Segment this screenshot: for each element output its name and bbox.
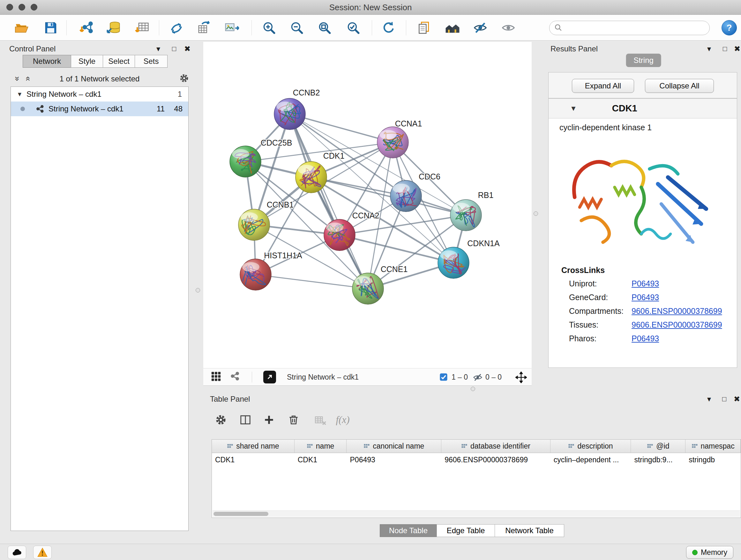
save-session-button[interactable] <box>42 19 60 37</box>
window-title: Session: New Session <box>0 0 741 15</box>
crosslink-compartments-link[interactable]: 9606.ENSP00000378699 <box>631 307 722 316</box>
import-table-from-file-button[interactable] <box>133 19 151 37</box>
export-network-button[interactable] <box>263 371 276 383</box>
column-header--id[interactable]: @id <box>631 440 685 453</box>
fit-pan-crosshair-icon[interactable] <box>515 372 527 384</box>
control-panel-close-icon[interactable]: ✖ <box>184 42 191 56</box>
column-header-canonical-name[interactable]: canonical name <box>347 440 441 453</box>
tab-network-table[interactable]: Network Table <box>495 524 564 537</box>
crosslink-tissues-link[interactable]: 9606.ENSP00000378699 <box>631 320 722 329</box>
table-panel-float-icon[interactable]: ▾ <box>707 392 711 406</box>
table-panel-close-icon[interactable]: ✖ <box>734 392 740 406</box>
cloud-button[interactable] <box>8 546 26 559</box>
warnings-button[interactable] <box>33 546 52 559</box>
table-panel-maximize-icon[interactable]: □ <box>722 392 726 406</box>
new-table-from-network-button[interactable] <box>195 19 213 37</box>
network-view-canvas[interactable]: CCNB2CCNA1CDC25BCDK1CDC6RB1CCNB1CCNA2CDK… <box>203 42 532 368</box>
control-panel-float-icon[interactable]: ▾ <box>156 42 160 56</box>
network-node-cdk1[interactable]: CDK1 <box>295 151 344 193</box>
network-node-ccnb1[interactable]: CCNB1 <box>239 200 293 240</box>
document-button[interactable] <box>415 19 433 37</box>
import-network-from-database-button[interactable] <box>105 19 123 37</box>
column-header-namespac[interactable]: namespac <box>685 440 741 453</box>
tab-edge-table[interactable]: Edge Table <box>436 524 495 537</box>
network-row[interactable]: String Network – cdk1 11 48 <box>11 102 188 116</box>
crosslink-genecard-link[interactable]: P06493 <box>631 293 659 302</box>
network-node-cdkn1a[interactable]: CDKN1A <box>438 239 500 278</box>
new-network-from-selection-button[interactable] <box>167 19 185 37</box>
open-file-button[interactable] <box>13 19 30 37</box>
crosslink-row: Uniprot:P06493 <box>549 277 737 291</box>
zoom-selected-button[interactable] <box>344 19 362 37</box>
memory-button[interactable]: Memory <box>686 546 733 559</box>
show-columns-button[interactable] <box>237 411 254 429</box>
network-node-rb1[interactable]: RB1 <box>450 191 493 231</box>
network-selection-row: » « 1 of 1 Network selected <box>10 72 189 85</box>
network-node-hist1h1a[interactable]: HIST1H1A <box>240 251 302 290</box>
network-graph[interactable]: CCNB2CCNA1CDC25BCDK1CDC6RB1CCNB1CCNA2CDK… <box>203 42 532 368</box>
tab-sets[interactable]: Sets <box>135 55 167 68</box>
zoom-fit-button[interactable] <box>316 19 333 37</box>
results-tab-string[interactable]: String <box>626 54 661 67</box>
right-splitter-handle[interactable] <box>534 211 538 216</box>
protein-structure-image <box>561 137 715 261</box>
results-panel-close-icon[interactable]: ✖ <box>734 42 740 56</box>
network-node-ccna1[interactable]: CCNA1 <box>377 119 422 158</box>
crosslink-uniprot-link[interactable]: P06493 <box>631 279 659 288</box>
function-builder-button[interactable]: f(x) <box>334 411 352 429</box>
control-panel-maximize-icon[interactable]: □ <box>172 42 176 56</box>
refresh-view-button[interactable] <box>380 19 398 37</box>
tab-select[interactable]: Select <box>103 55 135 68</box>
horizontal-splitter-handle[interactable] <box>471 387 475 391</box>
hidden-eye-slash-icon[interactable] <box>473 373 482 383</box>
crosslink-pharos-link[interactable]: P06493 <box>631 334 659 343</box>
left-splitter-handle[interactable] <box>196 288 200 293</box>
selected-checkbox-icon[interactable] <box>440 373 448 382</box>
window-titlebar: Session: New Session <box>0 0 741 15</box>
delete-column-button[interactable] <box>285 411 302 429</box>
scrollbar-thumb[interactable] <box>213 512 268 516</box>
crosslink-row: Pharos:P06493 <box>549 332 737 346</box>
results-panel-maximize-icon[interactable]: □ <box>723 42 727 56</box>
network-options-gear-icon[interactable] <box>179 73 189 84</box>
eye-slash-button[interactable] <box>471 19 489 37</box>
network-share-view-button[interactable] <box>230 371 240 382</box>
selected-count: 1 – 0 <box>452 373 468 381</box>
collection-label: String Network – cdk1 <box>26 90 167 99</box>
collection-count: 1 <box>167 90 182 99</box>
column-header-description[interactable]: description <box>550 440 631 453</box>
protein-card-header[interactable]: ▼ CDK1 <box>549 99 737 118</box>
import-network-from-file-button[interactable] <box>78 19 96 37</box>
expand-all-button[interactable]: Expand All <box>572 79 634 93</box>
network-edge-count: 48 <box>165 105 183 113</box>
table-settings-gear-button[interactable] <box>212 411 230 429</box>
search-input[interactable] <box>565 22 710 34</box>
column-header-name[interactable]: name <box>294 440 347 453</box>
export-image-button[interactable] <box>223 19 241 37</box>
tab-network[interactable]: Network <box>23 55 71 68</box>
network-node-ccnb2[interactable]: CCNB2 <box>274 88 320 130</box>
column-header-database-identifier[interactable]: database identifier <box>441 440 550 453</box>
protein-disclosure-icon[interactable]: ▼ <box>570 105 577 113</box>
results-panel-float-icon[interactable]: ▾ <box>707 42 711 56</box>
table-row[interactable]: CDK1CDK1P064939606.ENSP00000378699cyclin… <box>212 453 741 466</box>
tab-node-table[interactable]: Node Table <box>380 524 437 537</box>
birds-eye-view-button[interactable] <box>211 371 221 383</box>
table-horizontal-scrollbar[interactable] <box>212 510 740 517</box>
table-cell: stringdb:9... <box>631 453 685 466</box>
help-button[interactable]: ? <box>722 20 737 36</box>
crosslinks-list: Uniprot:P06493GeneCard:P06493Compartment… <box>549 277 737 346</box>
column-header-shared-name[interactable]: shared name <box>212 440 294 453</box>
tab-style[interactable]: Style <box>71 55 103 68</box>
collapse-all-button[interactable]: Collapse All <box>645 79 714 93</box>
delete-table-button[interactable] <box>312 411 329 429</box>
collection-disclosure-icon[interactable]: ▾ <box>18 90 21 98</box>
zoom-out-button[interactable] <box>288 19 306 37</box>
network-collection-row[interactable]: ▾ String Network – cdk1 1 <box>11 87 188 102</box>
zoom-in-button[interactable] <box>260 19 278 37</box>
network-node-cdc6[interactable]: CDC6 <box>390 172 441 212</box>
eye-button[interactable] <box>499 19 517 37</box>
add-column-button[interactable] <box>260 411 278 429</box>
network-node-ccne1[interactable]: CCNE1 <box>352 265 408 304</box>
string-home-button[interactable] <box>444 19 461 37</box>
